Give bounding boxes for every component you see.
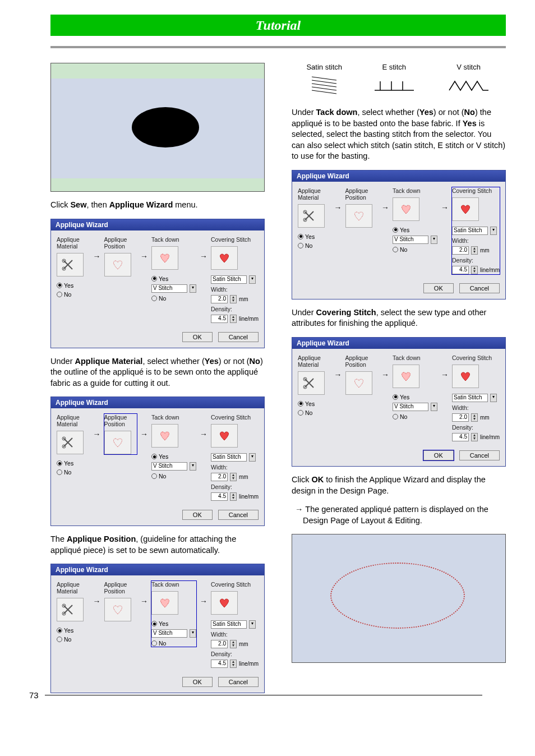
right-para-1: Under Tack down, select whether (Yes) or… xyxy=(292,107,506,162)
material-no-radio[interactable]: No xyxy=(298,409,331,416)
covering-stitch-select[interactable]: Satin Stitch xyxy=(211,620,247,629)
dropdown-arrow-icon[interactable]: ▾ xyxy=(249,453,256,462)
dropdown-arrow-icon[interactable]: ▾ xyxy=(249,275,256,284)
scissors-icon xyxy=(57,598,84,621)
cancel-button[interactable]: Cancel xyxy=(218,677,259,687)
material-yes-radio[interactable]: Yes xyxy=(57,460,90,467)
width-input[interactable]: 2.0 xyxy=(211,640,228,648)
dropdown-arrow-icon[interactable]: ▾ xyxy=(431,403,437,411)
dropdown-arrow-icon[interactable]: ▾ xyxy=(190,629,196,638)
material-yes-radio[interactable]: Yes xyxy=(298,233,331,240)
density-spinner[interactable]: ▴▾ xyxy=(230,315,237,323)
tack-yes-radio[interactable]: Yes xyxy=(393,227,437,233)
tack-stitch-select[interactable]: V Stitch xyxy=(151,462,187,471)
e-stitch-label: E stitch xyxy=(382,63,406,71)
ok-button[interactable]: OK xyxy=(182,510,213,520)
width-spinner[interactable]: ▴▾ xyxy=(471,413,478,422)
material-no-radio[interactable]: No xyxy=(298,242,331,249)
arrow-icon: → xyxy=(93,236,101,261)
col-position-label: Applique Position xyxy=(104,581,137,594)
col-material-label: Applique Material xyxy=(298,187,331,201)
col-tack-label: Tack down xyxy=(151,581,196,588)
left-para-2: Under Applique Material, select whether … xyxy=(50,356,265,389)
dropdown-arrow-icon[interactable]: ▾ xyxy=(249,620,256,629)
width-spinner[interactable]: ▴▾ xyxy=(230,295,237,303)
density-spinner[interactable]: ▴▾ xyxy=(230,492,237,501)
page-number: 73 xyxy=(29,690,39,700)
width-spinner[interactable]: ▴▾ xyxy=(230,640,237,648)
col-covering-label: Covering Stitch xyxy=(211,414,259,421)
tack-no-radio[interactable]: No xyxy=(151,640,196,647)
width-input[interactable]: 2.0 xyxy=(211,473,228,481)
col-tack-label: Tack down xyxy=(151,414,196,421)
tack-no-radio[interactable]: No xyxy=(151,473,196,480)
arrow-icon: → xyxy=(381,354,389,379)
dropdown-arrow-icon[interactable]: ▾ xyxy=(490,227,497,235)
bullet-note: → The generated appliqué pattern is disp… xyxy=(292,504,506,526)
tack-yes-radio[interactable]: Yes xyxy=(151,275,196,282)
col-covering-label: Covering Stitch xyxy=(452,187,500,194)
cancel-button[interactable]: Cancel xyxy=(459,450,500,460)
ok-button[interactable]: OK xyxy=(423,283,454,293)
width-input[interactable]: 2.0 xyxy=(452,246,469,255)
dialog-title: Applique Wizard xyxy=(292,338,505,349)
material-no-radio[interactable]: No xyxy=(57,291,90,298)
ok-button[interactable]: OK xyxy=(182,332,213,342)
col-material-label: Applique Material xyxy=(57,581,90,594)
applique-wizard-dialog: Applique Wizard Applique Material Yes No… xyxy=(50,564,265,693)
ok-button[interactable]: OK xyxy=(182,677,213,687)
footer-rule xyxy=(45,695,482,695)
density-input[interactable]: 4.5 xyxy=(452,433,469,441)
density-input[interactable]: 4.5 xyxy=(211,660,228,668)
scissors-icon xyxy=(298,371,325,395)
width-input[interactable]: 2.0 xyxy=(452,413,469,422)
right-column: Satin stitch E stitch V stitch Under Tac… xyxy=(292,63,506,693)
satin-stitch-icon xyxy=(307,75,341,95)
tack-stitch-select[interactable]: V Stitch xyxy=(151,284,187,293)
applique-wizard-dialog: Applique Wizard Applique Material Yes No… xyxy=(50,219,265,348)
density-spinner[interactable]: ▴▾ xyxy=(471,433,478,441)
material-yes-radio[interactable]: Yes xyxy=(57,627,90,634)
app-screenshot-editor xyxy=(50,63,265,192)
width-spinner[interactable]: ▴▾ xyxy=(230,473,237,481)
density-spinner[interactable]: ▴▾ xyxy=(471,266,478,274)
material-no-radio[interactable]: No xyxy=(57,469,90,476)
applique-wizard-dialog: Applique Wizard Applique Material Yes No… xyxy=(292,337,506,467)
tack-yes-radio[interactable]: Yes xyxy=(393,394,437,400)
width-spinner[interactable]: ▴▾ xyxy=(471,246,478,255)
density-input[interactable]: 4.5 xyxy=(211,492,228,501)
dropdown-arrow-icon[interactable]: ▾ xyxy=(190,284,196,293)
covering-stitch-select[interactable]: Satin Stitch xyxy=(211,453,247,462)
density-input[interactable]: 4.5 xyxy=(452,266,469,274)
tack-stitch-select[interactable]: V Stitch xyxy=(393,236,428,244)
dropdown-arrow-icon[interactable]: ▾ xyxy=(431,236,437,244)
heart-outline-icon xyxy=(104,598,131,621)
material-yes-radio[interactable]: Yes xyxy=(298,400,331,407)
dropdown-arrow-icon[interactable]: ▾ xyxy=(490,394,497,402)
tack-yes-radio[interactable]: Yes xyxy=(151,620,196,627)
tack-no-radio[interactable]: No xyxy=(151,295,196,302)
density-input[interactable]: 4.5 xyxy=(211,315,228,323)
tack-stitch-select[interactable]: V Stitch xyxy=(151,629,187,638)
material-yes-radio[interactable]: Yes xyxy=(57,282,90,289)
tack-stitch-select[interactable]: V Stitch xyxy=(393,403,428,411)
tack-yes-radio[interactable]: Yes xyxy=(151,453,196,460)
tack-no-radio[interactable]: No xyxy=(393,246,437,253)
dialog-title: Applique Wizard xyxy=(51,397,264,408)
cancel-button[interactable]: Cancel xyxy=(218,332,259,342)
cancel-button[interactable]: Cancel xyxy=(218,510,259,520)
ok-button[interactable]: OK xyxy=(423,450,454,460)
header-band: Tutorial xyxy=(50,15,506,36)
density-spinner[interactable]: ▴▾ xyxy=(230,660,237,668)
arrow-icon: → xyxy=(441,187,449,212)
material-no-radio[interactable]: No xyxy=(57,636,90,643)
col-material-label: Applique Material xyxy=(57,236,90,250)
covering-stitch-select[interactable]: Satin Stitch xyxy=(452,227,488,235)
cancel-button[interactable]: Cancel xyxy=(459,283,500,293)
col-tack-label: Tack down xyxy=(151,236,196,243)
covering-stitch-select[interactable]: Satin Stitch xyxy=(211,275,247,284)
covering-stitch-select[interactable]: Satin Stitch xyxy=(452,394,488,402)
dropdown-arrow-icon[interactable]: ▾ xyxy=(190,462,196,471)
tack-no-radio[interactable]: No xyxy=(393,413,437,420)
width-input[interactable]: 2.0 xyxy=(211,295,228,303)
